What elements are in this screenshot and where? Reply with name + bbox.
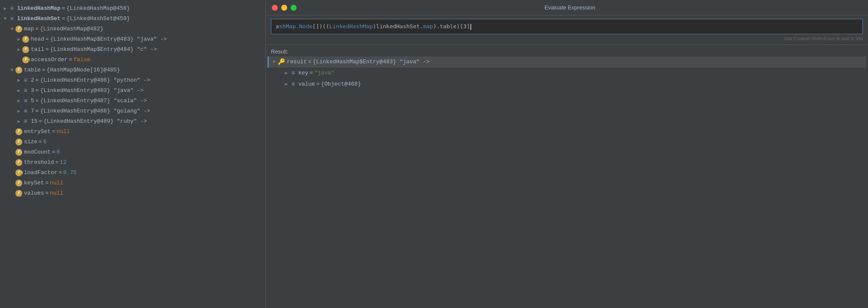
- var-value-threshold: 12: [60, 158, 67, 167]
- var-name-3: 3: [31, 86, 34, 95]
- evaluate-expression-panel: Evaluate Expression ashMap.Node[])((Link…: [265, 0, 868, 308]
- expr-text-3: ).table)[3]: [433, 23, 470, 30]
- tree-item-table[interactable]: f table = {HashMap$Node[16]@485}: [0, 65, 265, 75]
- arrow-key[interactable]: [283, 70, 290, 77]
- tree-item-entrySet[interactable]: f entrySet = null: [0, 127, 265, 137]
- icon-3: [22, 87, 29, 94]
- tree-item-7[interactable]: 7 = {LinkedHashEntry@488} "golang" ->: [0, 106, 265, 116]
- expr-text-blue1: shMap.Node: [279, 23, 312, 30]
- var-value-table: {HashMap$Node[16]@485}: [47, 66, 120, 74]
- tree-item-modCount[interactable]: f modCount = 6: [0, 147, 265, 157]
- result-name: result: [287, 58, 307, 66]
- tree-item-values[interactable]: f values = null: [0, 188, 265, 198]
- var-value-head: {LinkedHashMap$Entry@483} "java" ->: [50, 35, 167, 44]
- expression-display[interactable]: ashMap.Node[])((LinkedHashMap)linkedHash…: [271, 19, 863, 34]
- var-value-linkedHashMap: {LinkedHashMap@458}: [66, 4, 130, 13]
- tree-item-threshold[interactable]: f threshold = 12: [0, 157, 265, 168]
- var-value-values: null: [50, 189, 63, 198]
- tree-item-15[interactable]: 15 = {LinkedHashEntry@489} "ruby" ->: [0, 116, 265, 127]
- result-tree: 🔑 result = {LinkedHashMap$Entry@483} "ja…: [266, 56, 868, 308]
- var-value-keySet: null: [50, 179, 63, 187]
- arrow-value[interactable]: [283, 81, 290, 88]
- var-name-table: table: [24, 66, 41, 74]
- icon-15: [22, 118, 29, 125]
- arrow-5[interactable]: [15, 98, 22, 104]
- arrow-7[interactable]: [15, 108, 22, 115]
- traffic-lights: [272, 5, 297, 11]
- var-name-accessOrder: accessOrder: [31, 56, 68, 64]
- tree-item-5[interactable]: 5 = {LinkedHashEntry@487} "scala" ->: [0, 96, 265, 106]
- var-name-15: 15: [31, 117, 38, 126]
- tree-item-size[interactable]: f size = 6: [0, 137, 265, 147]
- var-name-modCount: modCount: [24, 148, 51, 157]
- var-value-15: {LinkedHashEntry@489} "ruby" ->: [43, 117, 147, 126]
- icon-5: [22, 98, 29, 104]
- minimize-button[interactable]: [281, 5, 287, 11]
- var-name-tail: tail: [31, 45, 44, 54]
- text-cursor: [470, 24, 471, 30]
- expr-text-blue2: LinkedHashMap: [329, 23, 373, 30]
- icon-value: [290, 81, 297, 88]
- icon-loadFactor: f: [15, 169, 22, 176]
- close-button[interactable]: [272, 5, 278, 11]
- tree-item-loadFactor[interactable]: f loadFactor = 0.75: [0, 168, 265, 178]
- icon-map: f: [15, 26, 22, 33]
- icon-2: [22, 77, 29, 84]
- tree-item-2[interactable]: 2 = {LinkedHashEntry@486} "python" ->: [0, 75, 265, 86]
- var-name-linkedHashSet: linkedHashSet: [17, 15, 60, 23]
- tree-item-linkedHashSet[interactable]: linkedHashSet = {LinkedHashSet@459}: [0, 14, 265, 24]
- expression-hint: Use Control+Shift+Enter to add to Wa: [271, 36, 863, 41]
- tree-item-linkedHashMap[interactable]: linkedHashMap = {LinkedHashMap@458}: [0, 3, 265, 14]
- arrow-tail[interactable]: [15, 46, 22, 53]
- icon-modCount: f: [15, 149, 22, 156]
- var-value-accessOrder: false: [74, 56, 90, 64]
- arrow-2[interactable]: [15, 77, 22, 84]
- var-value-5: {LinkedHashEntry@487} "scala" ->: [40, 97, 147, 105]
- var-name-entrySet: entrySet: [24, 127, 51, 136]
- arrow-linkedHashMap[interactable]: [2, 5, 9, 12]
- arrow-map[interactable]: [9, 26, 15, 33]
- arrow-head[interactable]: [15, 36, 22, 43]
- tree-item-3[interactable]: 3 = {LinkedHashEntry@483} "java" ->: [0, 86, 265, 96]
- var-name-keySet: keySet: [24, 179, 44, 187]
- arrow-3[interactable]: [15, 87, 22, 94]
- var-value-2: {LinkedHashEntry@486} "python" ->: [40, 76, 150, 85]
- result-key-value: "java": [314, 69, 334, 77]
- var-name-threshold: threshold: [24, 158, 54, 167]
- arrow-15[interactable]: [15, 118, 22, 125]
- var-name-map: map: [24, 25, 34, 33]
- expr-text-2: )linkedHashSet.: [373, 23, 423, 30]
- tree-item-keySet[interactable]: f keySet = null: [0, 178, 265, 188]
- icon-accessOrder: f: [22, 56, 29, 63]
- result-key-row[interactable]: key = "java": [268, 68, 866, 79]
- arrow-linkedHashSet[interactable]: [2, 15, 9, 22]
- icon-keySet: f: [15, 180, 22, 187]
- icon-table: f: [15, 67, 22, 74]
- icon-head: f: [22, 36, 29, 43]
- tree-item-map[interactable]: f map = {LinkedHashMap@482}: [0, 24, 265, 34]
- var-name-size: size: [24, 138, 37, 146]
- var-value-linkedHashSet: {LinkedHashSet@459}: [66, 15, 130, 23]
- expr-text-prefix: a: [276, 23, 279, 30]
- maximize-button[interactable]: [291, 5, 297, 11]
- result-icon: 🔑: [277, 58, 285, 66]
- expr-text-blue3: map: [423, 23, 433, 30]
- tree-item-head[interactable]: f head = {LinkedHashMap$Entry@483} "java…: [0, 34, 265, 44]
- var-value-map: {LinkedHashMap@482}: [40, 25, 103, 33]
- arrow-result[interactable]: [271, 59, 277, 65]
- result-value-name: value: [298, 80, 315, 89]
- var-value-entrySet: null: [56, 127, 70, 136]
- var-value-7: {LinkedHashEntry@488} "golang" ->: [40, 107, 150, 116]
- var-value-size: 6: [43, 138, 47, 146]
- result-value-row[interactable]: value = {Object@468}: [268, 79, 866, 90]
- icon-size: f: [15, 139, 22, 145]
- icon-tail: f: [22, 46, 29, 53]
- var-name-linkedHashMap: linkedHashMap: [17, 4, 60, 13]
- result-header-row[interactable]: 🔑 result = {LinkedHashMap$Entry@483} "ja…: [268, 56, 866, 68]
- arrow-table[interactable]: [9, 67, 15, 74]
- result-value-value: {Object@468}: [321, 80, 361, 89]
- tree-item-accessOrder[interactable]: f accessOrder = false: [0, 55, 265, 65]
- tree-item-tail[interactable]: f tail = {LinkedHashMap$Entry@484} "c" -…: [0, 44, 265, 55]
- result-type: {LinkedHashMap$Entry@483} "java" ->: [313, 58, 430, 66]
- var-name-head: head: [31, 35, 44, 44]
